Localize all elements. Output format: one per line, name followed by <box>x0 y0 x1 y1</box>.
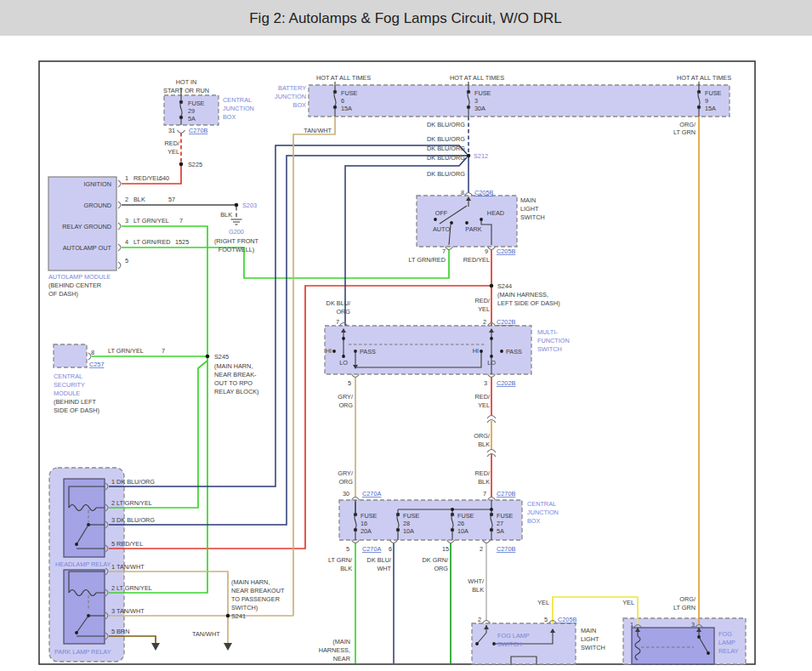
cjb-lower-label-3: BOX <box>527 517 541 525</box>
svg-text:ORG: ORG <box>336 308 350 316</box>
fuse-3-label: FUSE <box>474 89 491 97</box>
hr-wire-5: RED/YEL <box>116 540 143 548</box>
svg-text:HI: HI <box>473 347 479 355</box>
node-s244 <box>490 284 494 288</box>
cjb-lower-label-1: CENTRAL <box>527 500 556 508</box>
mls-label-1: MAIN <box>520 196 536 204</box>
fog-lamp-relay-label-2: LAMP <box>718 639 735 646</box>
svg-text:BLK: BLK <box>340 565 352 572</box>
svg-text:15A: 15A <box>341 105 352 112</box>
fuse-27-label: FUSE <box>497 512 514 520</box>
svg-text:5: 5 <box>111 540 115 548</box>
svg-text:7: 7 <box>483 490 486 498</box>
bjb-label-2: JUNCTION <box>275 93 306 100</box>
svg-text:2: 2 <box>480 545 483 553</box>
central-security-module-box <box>54 344 87 367</box>
svg-text:PASS: PASS <box>506 348 522 355</box>
svg-text:2: 2 <box>111 584 115 592</box>
svg-text:DK BLU/: DK BLU/ <box>367 556 392 564</box>
svg-text:FOOTWELL): FOOTWELL) <box>219 246 255 253</box>
link-c202b-1[interactable]: C202B <box>497 318 515 326</box>
svg-text:15A: 15A <box>705 105 716 112</box>
svg-text:OF DASH): OF DASH) <box>48 290 78 298</box>
link-c257[interactable]: C257 <box>89 361 104 368</box>
svg-text:26: 26 <box>457 520 464 527</box>
fuse-26-label: FUSE <box>457 512 474 520</box>
dk-blu-org-3: DK BLU/ORG <box>427 145 465 152</box>
fog-lamp-relay-box <box>632 628 714 664</box>
fuse-9-label: FUSE <box>705 89 722 97</box>
fog-lamp-switch-label-2: SWITCH <box>497 640 522 648</box>
svg-text:(BEHIND CENTER: (BEHIND CENTER <box>48 281 101 289</box>
red-yel-label: RED/YEL <box>463 256 490 264</box>
svg-text:ORG: ORG <box>338 401 353 409</box>
svg-text:GRY/: GRY/ <box>338 393 354 401</box>
svg-text:LO: LO <box>339 359 348 367</box>
node-s241 <box>226 614 230 618</box>
svg-text:3: 3 <box>111 607 115 615</box>
cjb-lower-label-2: JUNCTION <box>527 509 559 516</box>
link-c205b-1[interactable]: C205B <box>474 189 493 196</box>
svg-text:16: 16 <box>361 520 367 527</box>
link-c270b-3[interactable]: C270B <box>497 545 515 553</box>
svg-text:OFF: OFF <box>435 209 448 217</box>
fuse-16-label: FUSE <box>361 512 378 520</box>
svg-text:7: 7 <box>442 247 446 255</box>
link-c270b-2[interactable]: C270B <box>497 490 515 498</box>
svg-text:2: 2 <box>478 616 481 623</box>
svg-text:DK GRN/: DK GRN/ <box>423 556 449 564</box>
node-s244-label: S244 <box>497 282 512 290</box>
fog-lamp-relay-label-3: RELAY <box>718 647 739 655</box>
wire-label-red: RED/ <box>165 139 180 147</box>
node-s203 <box>235 203 239 208</box>
pr-wire-3: TAN/WHT <box>116 607 145 615</box>
svg-text:7: 7 <box>162 347 165 355</box>
hr-wire-1: DK BLU/ORG <box>116 478 155 486</box>
csm-label-3: MODULE <box>54 390 80 397</box>
svg-text:HEAD: HEAD <box>487 209 504 217</box>
link-c270a-2[interactable]: C270A <box>362 545 381 553</box>
node-s225-label: S225 <box>188 161 202 168</box>
yel-label-1: YEL <box>537 599 549 606</box>
svg-text:GRY/: GRY/ <box>338 469 354 477</box>
pin-autolamp-out: AUTOLAMP OUT <box>63 244 112 252</box>
pr-wire-2: LT GRN/YEL <box>116 584 152 592</box>
dk-blu-org-1: DK BLU/ORG <box>427 121 465 128</box>
svg-text:PASS: PASS <box>360 348 376 355</box>
svg-text:YEL: YEL <box>478 401 490 409</box>
svg-text:NEAR BREAKOUT: NEAR BREAKOUT <box>231 587 285 594</box>
svg-text:4: 4 <box>125 238 128 246</box>
link-c205b-3[interactable]: C205B <box>558 616 576 623</box>
csm-label-2: SECURITY <box>54 381 85 389</box>
link-c205b-2[interactable]: C205B <box>497 247 515 255</box>
svg-text:10A: 10A <box>403 527 414 535</box>
hr-wire-2: LT GRN/YEL <box>116 499 152 507</box>
org-ltgrn-top-2: LT GRN <box>673 128 696 136</box>
node-s241-label: S241 <box>231 612 246 620</box>
link-c270a-1[interactable]: C270A <box>362 490 381 498</box>
bjb-label-1: BATTERY <box>278 84 306 92</box>
link-c270b-top[interactable]: C270B <box>189 127 207 134</box>
org-ltgrn-top-1: ORG/ <box>679 121 696 128</box>
pin-ground: GROUND <box>84 202 111 209</box>
svg-text:LT GRN/RED: LT GRN/RED <box>133 238 171 246</box>
node-s245 <box>206 355 210 359</box>
svg-text:(MAIN HARNESS,: (MAIN HARNESS, <box>497 291 548 299</box>
svg-text:SWITCH): SWITCH) <box>231 604 258 611</box>
pr-wire-1: TAN/WHT <box>116 563 145 571</box>
svg-text:9: 9 <box>705 97 708 105</box>
svg-text:640: 640 <box>159 174 169 182</box>
link-c202b-2[interactable]: C202B <box>497 379 515 387</box>
svg-text:7: 7 <box>179 217 183 225</box>
headlamp-relay-box <box>64 479 105 557</box>
bjb-label-3: BOX <box>293 101 307 109</box>
park-lamp-relay-label: PARK LAMP RELAY <box>54 648 111 656</box>
lt-grn-red-label: LT GRN/RED <box>408 256 446 264</box>
svg-text:30: 30 <box>343 490 349 498</box>
svg-text:TO PASSENGER: TO PASSENGER <box>231 595 280 603</box>
svg-text:ORG: ORG <box>338 478 353 486</box>
svg-text:LT GRN/: LT GRN/ <box>328 556 353 564</box>
svg-text:5: 5 <box>125 257 128 264</box>
svg-text:8: 8 <box>91 349 94 356</box>
svg-text:BLK: BLK <box>478 441 490 448</box>
